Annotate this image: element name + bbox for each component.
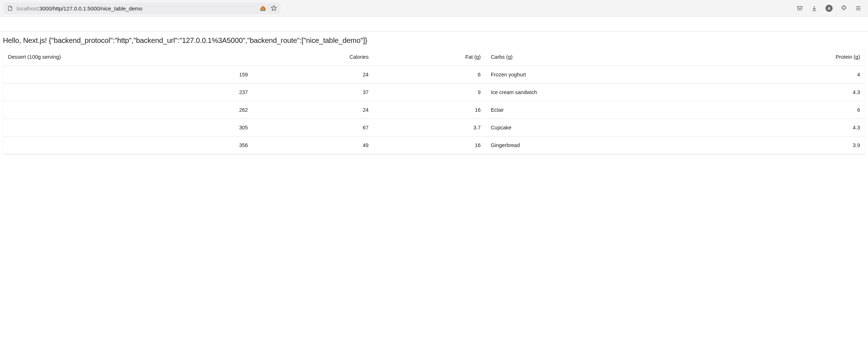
table-paper: Dessert (100g serving) Calories Fat (g) … — [3, 48, 865, 154]
cell-carbs: 16 — [374, 137, 486, 154]
cell-fat: 67 — [253, 119, 374, 137]
url-text: localhost:3000/http/127.0.0.1:5000/nice_… — [17, 5, 143, 12]
table-row: 305673.7Cupcake4.3 — [3, 119, 865, 137]
col-header-protein: Protein (g) — [814, 48, 865, 66]
cell-calories: 262 — [3, 101, 253, 119]
cell-carbs: 9 — [374, 84, 486, 101]
pocket-icon[interactable] — [797, 5, 803, 12]
bookmark-star-icon[interactable] — [271, 5, 277, 12]
table-row: 2622416Eclair6 — [3, 101, 865, 119]
dessert-table: Dessert (100g serving) Calories Fat (g) … — [3, 48, 865, 154]
col-header-dessert: Dessert (100g serving) — [3, 48, 253, 66]
greeting-text: Hello, Next.js! {"backend_protocol":"htt… — [3, 36, 865, 45]
download-icon[interactable] — [811, 5, 817, 12]
cell-calories: 356 — [3, 137, 253, 154]
cell-calories: 305 — [3, 119, 253, 137]
cell-fat: 49 — [253, 137, 374, 154]
cell-calories: 237 — [3, 84, 253, 101]
account-letter: A — [828, 6, 830, 10]
table-row: 237379Ice cream sandwich4.3 — [3, 84, 865, 101]
cell-protein: 4.3 — [814, 119, 865, 137]
col-header-fat: Fat (g) — [374, 48, 486, 66]
table-row: 159246Frozen yoghurt4 — [3, 66, 865, 84]
url-bar[interactable]: localhost:3000/http/127.0.0.1:5000/nice_… — [4, 3, 281, 14]
col-header-carbs: Carbs (g) — [486, 48, 813, 66]
cell-name: Frozen yoghurt — [486, 66, 813, 84]
cell-fat: 24 — [253, 101, 374, 119]
table-header-row: Dessert (100g serving) Calories Fat (g) … — [3, 48, 865, 66]
cell-protein: 4 — [814, 66, 865, 84]
page-header-spacer — [0, 17, 868, 31]
cell-protein: 6 — [814, 101, 865, 119]
account-icon[interactable]: A — [825, 5, 833, 12]
extensions-icon[interactable] — [841, 5, 847, 12]
cell-name: Ice cream sandwich — [486, 84, 813, 101]
cell-carbs: 6 — [374, 66, 486, 84]
cell-name: Gingerbread — [486, 137, 813, 154]
cell-protein: 3.9 — [814, 137, 865, 154]
col-header-calories: Calories — [253, 48, 374, 66]
svg-rect-0 — [260, 10, 266, 11]
page-icon — [7, 5, 13, 11]
table-row: 3564916Gingerbread3.9 — [3, 137, 865, 154]
cell-fat: 24 — [253, 66, 374, 84]
page-content: Hello, Next.js! {"backend_protocol":"htt… — [0, 31, 868, 159]
cell-carbs: 3.7 — [374, 119, 486, 137]
home-icon[interactable] — [260, 5, 266, 12]
cell-fat: 37 — [253, 84, 374, 101]
cell-carbs: 16 — [374, 101, 486, 119]
cell-name: Eclair — [486, 101, 813, 119]
cell-calories: 159 — [3, 66, 253, 84]
menu-icon[interactable] — [855, 5, 862, 12]
cell-name: Cupcake — [486, 119, 813, 137]
browser-toolbar: localhost:3000/http/127.0.0.1:5000/nice_… — [0, 0, 868, 17]
cell-protein: 4.3 — [814, 84, 865, 101]
